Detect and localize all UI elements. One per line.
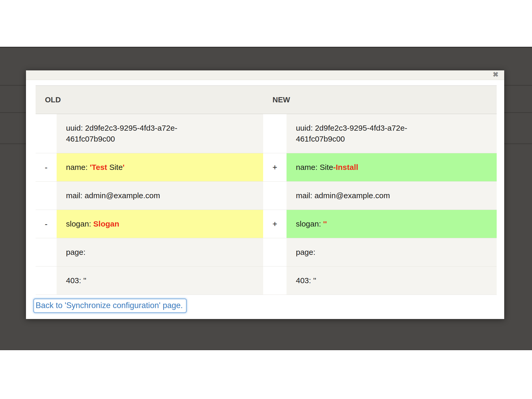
diff-table-header: OLD NEW	[36, 86, 497, 114]
unchanged-text: mail: admin@example.com	[296, 191, 390, 200]
new-value-cell: name: Site-Install	[287, 153, 497, 181]
old-column-header: OLD	[36, 86, 263, 114]
new-value-cell: mail: admin@example.com	[287, 182, 497, 210]
unchanged-text: 461fc07b9c00	[66, 135, 115, 143]
unchanged-text: 403: ''	[66, 276, 86, 285]
unchanged-text: uuid: 2d9fe2c3-9295-4fd3-a72e-	[66, 124, 177, 132]
changed-text: -Install	[333, 163, 358, 171]
value-line: 403: ''	[66, 275, 254, 286]
value-line: uuid: 2d9fe2c3-9295-4fd3-a72e-	[296, 123, 487, 134]
unchanged-text: slogan:	[66, 220, 93, 228]
added-sign-cell	[263, 182, 287, 210]
minus-sign: -	[45, 219, 48, 229]
added-sign-cell: +	[263, 210, 287, 238]
value-line: page:	[296, 247, 487, 258]
value-line: uuid: 2d9fe2c3-9295-4fd3-a72e-	[66, 123, 254, 134]
diff-modal: ✖ OLD NEW uuid: 2d9fe2c3-9295-4fd3-a72e-…	[26, 70, 504, 319]
unchanged-text: slogan:	[296, 220, 323, 228]
added-sign-cell	[263, 238, 287, 266]
old-value-cell: 403: ''	[57, 267, 263, 295]
added-sign-cell: +	[263, 153, 287, 181]
diff-row-slogan: -slogan: Slogan+slogan: ''	[36, 210, 497, 238]
diff-table: OLD NEW uuid: 2d9fe2c3-9295-4fd3-a72e-46…	[36, 85, 497, 295]
old-value-cell: page:	[57, 238, 263, 266]
added-sign-cell	[263, 267, 287, 295]
value-line: 461fc07b9c00	[66, 134, 254, 144]
unchanged-text: 403: ''	[296, 276, 316, 285]
unchanged-text: page:	[66, 248, 85, 256]
new-value-cell: page:	[287, 238, 497, 266]
diff-row-mail: mail: admin@example.commail: admin@examp…	[36, 182, 497, 210]
value-line: 461fc07b9c00	[296, 134, 487, 144]
diff-row-403: 403: ''403: ''	[36, 267, 497, 295]
value-line: mail: admin@example.com	[296, 190, 487, 201]
removed-sign-cell	[36, 182, 57, 210]
new-column-header: NEW	[263, 86, 497, 114]
added-sign-cell	[263, 114, 287, 153]
unchanged-text: name: Site	[296, 163, 333, 171]
value-line: mail: admin@example.com	[66, 190, 254, 201]
value-line: slogan: Slogan	[66, 218, 254, 229]
new-value-cell: 403: ''	[287, 267, 497, 295]
changed-text: '	[123, 163, 124, 171]
removed-sign-cell: -	[36, 153, 57, 181]
new-value-cell: slogan: ''	[287, 210, 497, 238]
removed-sign-cell	[36, 114, 57, 153]
old-value-cell: mail: admin@example.com	[57, 182, 263, 210]
changed-text: ''	[323, 220, 327, 228]
diff-table-body: uuid: 2d9fe2c3-9295-4fd3-a72e-461fc07b9c…	[36, 114, 497, 295]
unchanged-text: uuid: 2d9fe2c3-9295-4fd3-a72e-	[296, 124, 407, 132]
unchanged-text: page:	[296, 248, 315, 256]
value-line: slogan: ''	[296, 218, 487, 229]
changed-text: 'Test	[90, 163, 107, 171]
close-icon: ✖	[493, 71, 498, 78]
diff-row-uuid: uuid: 2d9fe2c3-9295-4fd3-a72e-461fc07b9c…	[36, 114, 497, 153]
old-value-cell: name: 'Test Site'	[57, 153, 263, 181]
plus-sign: +	[272, 219, 277, 229]
new-value-cell: uuid: 2d9fe2c3-9295-4fd3-a72e-461fc07b9c…	[287, 114, 497, 153]
close-button[interactable]: ✖	[493, 71, 498, 78]
removed-sign-cell	[36, 238, 57, 266]
removed-sign-cell	[36, 267, 57, 295]
back-link[interactable]: Back to 'Synchronize configuration' page…	[33, 298, 187, 313]
unchanged-text: Site	[107, 163, 123, 171]
old-value-cell: slogan: Slogan	[57, 210, 263, 238]
value-line: name: 'Test Site'	[66, 162, 254, 173]
minus-sign: -	[45, 163, 48, 172]
modal-header-bar	[26, 70, 504, 80]
removed-sign-cell: -	[36, 210, 57, 238]
changed-text: Slogan	[93, 220, 119, 228]
plus-sign: +	[272, 163, 277, 172]
value-line: page:	[66, 247, 254, 258]
old-value-cell: uuid: 2d9fe2c3-9295-4fd3-a72e-461fc07b9c…	[57, 114, 263, 153]
diff-row-name: -name: 'Test Site'+name: Site-Install	[36, 153, 497, 182]
unchanged-text: mail: admin@example.com	[66, 191, 160, 200]
value-line: 403: ''	[296, 275, 487, 286]
value-line: name: Site-Install	[296, 162, 487, 173]
unchanged-text: 461fc07b9c00	[296, 135, 345, 143]
back-link-container: Back to 'Synchronize configuration' page…	[33, 298, 187, 313]
diff-row-page: page:page:	[36, 238, 497, 267]
unchanged-text: name:	[66, 163, 90, 171]
